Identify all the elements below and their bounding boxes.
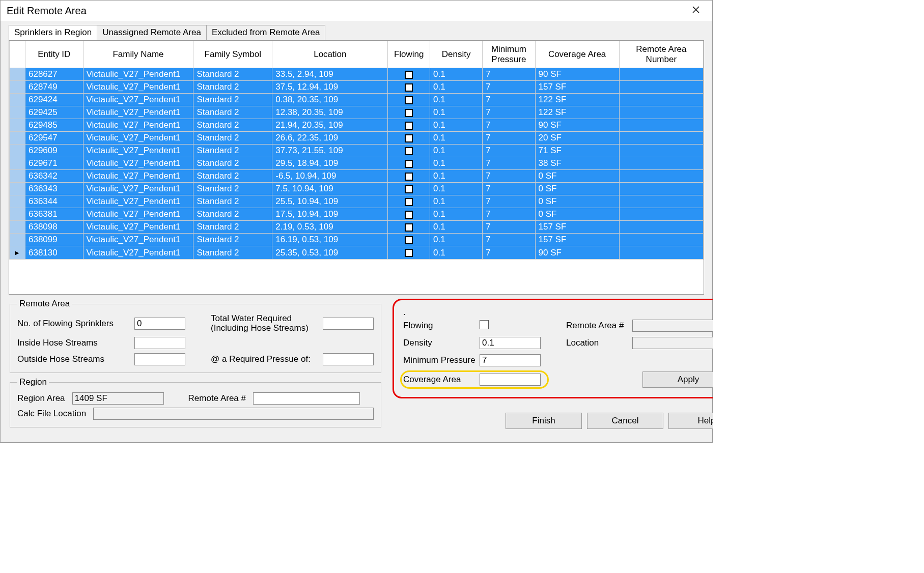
cell-location: 2.19, 0.53, 109 [272, 221, 388, 234]
flowing-checkbox[interactable] [480, 320, 489, 329]
table-row[interactable]: 629671Victaulic_V27_Pendent1Standard 229… [10, 157, 704, 170]
cell-density: 0.1 [430, 195, 483, 208]
column-header[interactable]: MinimumPressure [483, 41, 535, 68]
table-row[interactable]: 636381Victaulic_V27_Pendent1Standard 217… [10, 208, 704, 221]
cell-density: 0.1 [430, 132, 483, 145]
cell-family-name: Victaulic_V27_Pendent1 [83, 246, 193, 260]
cell-density: 0.1 [430, 145, 483, 157]
tab-sprinklers-in-region[interactable]: Sprinklers in Region [9, 25, 97, 40]
column-header[interactable]: Coverage Area [535, 41, 619, 68]
cell-flowing [388, 234, 430, 246]
cancel-button[interactable]: Cancel [587, 413, 663, 429]
cell-entity-id: 629425 [25, 106, 83, 119]
close-button[interactable] [686, 4, 706, 18]
cell-location: -6.5, 10.94, 109 [272, 170, 388, 183]
column-header[interactable] [10, 41, 25, 68]
cell-family-name: Victaulic_V27_Pendent1 [83, 170, 193, 183]
cell-density: 0.1 [430, 234, 483, 246]
table-row[interactable]: 629609Victaulic_V27_Pendent1Standard 237… [10, 145, 704, 157]
cell-entity-id: 629609 [25, 145, 83, 157]
minimum-pressure-input[interactable]: 7 [480, 354, 541, 366]
cell-location: 17.5, 10.94, 109 [272, 208, 388, 221]
cell-min-pressure: 7 [483, 119, 535, 132]
column-header[interactable]: Flowing [388, 41, 430, 68]
density-input[interactable]: 0.1 [480, 337, 541, 349]
column-header[interactable]: Remote AreaNumber [619, 41, 703, 68]
cell-density: 0.1 [430, 157, 483, 170]
flowing-row-checkbox[interactable] [405, 236, 413, 244]
column-header[interactable]: Family Name [83, 41, 193, 68]
table-row[interactable]: 629547Victaulic_V27_Pendent1Standard 226… [10, 132, 704, 145]
cell-remote-area-number [619, 106, 703, 119]
table-row[interactable]: 629485Victaulic_V27_Pendent1Standard 221… [10, 119, 704, 132]
table-row[interactable]: 636344Victaulic_V27_Pendent1Standard 225… [10, 195, 704, 208]
coverage-area-input[interactable] [480, 374, 541, 386]
cell-location: 16.19, 0.53, 109 [272, 234, 388, 246]
cell-entity-id: 628749 [25, 81, 83, 94]
cell-flowing [388, 119, 430, 132]
cell-flowing [388, 106, 430, 119]
flowing-row-checkbox[interactable] [405, 71, 413, 79]
flowing-row-checkbox[interactable] [405, 185, 413, 193]
cell-remote-area-number [619, 170, 703, 183]
table-row[interactable]: 636343Victaulic_V27_Pendent1Standard 27.… [10, 183, 704, 195]
region-group: Region Region Area 1409 SF Remote Area #… [10, 377, 381, 427]
tab-unassigned-remote-area[interactable]: Unassigned Remote Area [97, 25, 207, 40]
cell-remote-area-number [619, 234, 703, 246]
table-row[interactable]: 629425Victaulic_V27_Pendent1Standard 212… [10, 106, 704, 119]
row-marker [10, 106, 25, 119]
help-button[interactable]: Help [668, 413, 713, 429]
table-row[interactable]: 638099Victaulic_V27_Pendent1Standard 216… [10, 234, 704, 246]
outside-hose-streams-input[interactable] [134, 353, 185, 365]
table-row[interactable]: 636342Victaulic_V27_Pendent1Standard 2-6… [10, 170, 704, 183]
cell-family-name: Victaulic_V27_Pendent1 [83, 195, 193, 208]
at-required-pressure-input[interactable] [323, 353, 374, 365]
cell-entity-id: 629424 [25, 94, 83, 106]
panel-dot-label: . [403, 307, 713, 318]
flowing-row-checkbox[interactable] [405, 134, 413, 142]
inside-hose-streams-input[interactable] [134, 337, 185, 349]
region-remote-area-num-input[interactable] [253, 392, 360, 405]
no-flowing-sprinklers-input[interactable]: 0 [134, 318, 185, 330]
flowing-row-checkbox[interactable] [405, 211, 413, 219]
flowing-row-checkbox[interactable] [405, 122, 413, 130]
cell-family-symbol: Standard 2 [193, 246, 272, 260]
cell-flowing [388, 145, 430, 157]
cell-family-symbol: Standard 2 [193, 119, 272, 132]
tab-excluded-from-remote-area[interactable]: Excluded from Remote Area [206, 25, 326, 40]
cell-family-symbol: Standard 2 [193, 81, 272, 94]
cell-entity-id: 629547 [25, 132, 83, 145]
flowing-row-checkbox[interactable] [405, 198, 413, 206]
flowing-row-checkbox[interactable] [405, 83, 413, 92]
flowing-row-checkbox[interactable] [405, 147, 413, 155]
outside-hose-streams-label: Outside Hose Streams [17, 354, 134, 364]
cell-density: 0.1 [430, 81, 483, 94]
finish-button[interactable]: Finish [506, 413, 582, 429]
column-header[interactable]: Density [430, 41, 483, 68]
flowing-row-checkbox[interactable] [405, 173, 413, 181]
flowing-row-checkbox[interactable] [405, 96, 413, 104]
sprinklers-table[interactable]: Entity IDFamily NameFamily SymbolLocatio… [9, 41, 704, 260]
flowing-row-checkbox[interactable] [405, 223, 413, 232]
flowing-row-checkbox[interactable] [405, 249, 413, 257]
table-row[interactable]: 629424Victaulic_V27_Pendent1Standard 20.… [10, 94, 704, 106]
table-row[interactable]: 628627Victaulic_V27_Pendent1Standard 233… [10, 68, 704, 81]
total-water-required-input[interactable] [323, 318, 374, 330]
flowing-row-checkbox[interactable] [405, 109, 413, 117]
minimum-pressure-label: Minimum Pressure [403, 355, 480, 365]
column-header[interactable]: Entity ID [25, 41, 83, 68]
apply-button[interactable]: Apply [642, 371, 713, 388]
cell-entity-id: 636342 [25, 170, 83, 183]
column-header[interactable]: Family Symbol [193, 41, 272, 68]
cell-coverage-area: 122 SF [535, 94, 619, 106]
flowing-row-checkbox[interactable] [405, 160, 413, 168]
table-row[interactable]: 628749Victaulic_V27_Pendent1Standard 237… [10, 81, 704, 94]
column-header[interactable]: Location [272, 41, 388, 68]
cell-entity-id: 638099 [25, 234, 83, 246]
cell-density: 0.1 [430, 208, 483, 221]
cell-remote-area-number [619, 68, 703, 81]
cell-family-symbol: Standard 2 [193, 183, 272, 195]
table-row[interactable]: 638098Victaulic_V27_Pendent1Standard 22.… [10, 221, 704, 234]
table-row[interactable]: ▸638130Victaulic_V27_Pendent1Standard 22… [10, 246, 704, 260]
cell-remote-area-number [619, 119, 703, 132]
